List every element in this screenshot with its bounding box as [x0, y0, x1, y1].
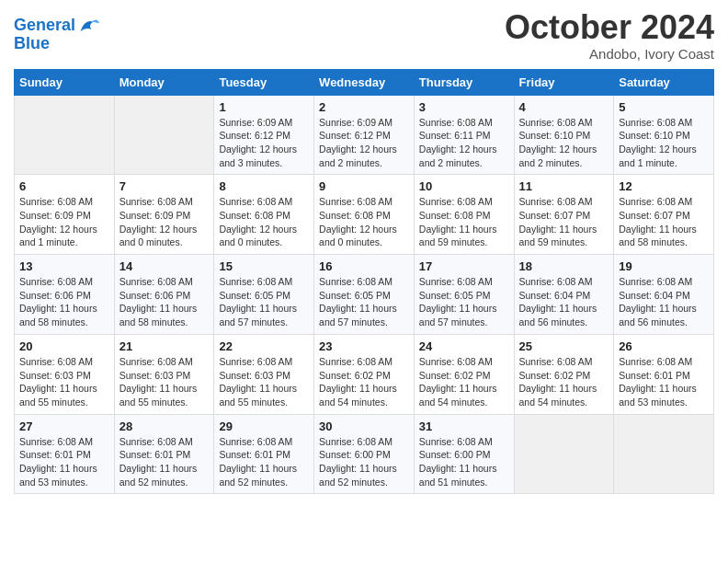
day-number: 29 [219, 419, 309, 433]
calendar-cell [114, 95, 214, 175]
calendar-cell: 11Sunrise: 6:08 AM Sunset: 6:07 PM Dayli… [514, 175, 614, 255]
day-info: Sunrise: 6:08 AM Sunset: 6:11 PM Dayligh… [419, 116, 509, 170]
calendar-cell: 14Sunrise: 6:08 AM Sunset: 6:06 PM Dayli… [114, 255, 214, 335]
month-title: October 2024 [505, 9, 714, 46]
day-info: Sunrise: 6:08 AM Sunset: 6:03 PM Dayligh… [119, 355, 210, 409]
day-number: 30 [319, 419, 409, 433]
day-info: Sunrise: 6:09 AM Sunset: 6:12 PM Dayligh… [319, 116, 409, 170]
day-info: Sunrise: 6:08 AM Sunset: 6:03 PM Dayligh… [19, 355, 109, 409]
day-info: Sunrise: 6:08 AM Sunset: 6:02 PM Dayligh… [519, 355, 609, 409]
day-info: Sunrise: 6:08 AM Sunset: 6:01 PM Dayligh… [19, 435, 109, 489]
day-number: 18 [519, 259, 609, 273]
calendar-cell: 7Sunrise: 6:08 AM Sunset: 6:09 PM Daylig… [114, 175, 214, 255]
calendar-cell: 28Sunrise: 6:08 AM Sunset: 6:01 PM Dayli… [114, 414, 214, 494]
day-number: 25 [519, 339, 609, 353]
logo: General Blue [14, 17, 99, 53]
weekday-header: Tuesday [214, 69, 314, 95]
weekday-header: Monday [114, 69, 214, 95]
calendar-cell: 5Sunrise: 6:08 AM Sunset: 6:10 PM Daylig… [614, 95, 714, 175]
location: Andobo, Ivory Coast [505, 46, 714, 62]
day-number: 10 [419, 179, 509, 193]
day-info: Sunrise: 6:08 AM Sunset: 6:08 PM Dayligh… [419, 195, 509, 249]
calendar-cell: 22Sunrise: 6:08 AM Sunset: 6:03 PM Dayli… [214, 334, 314, 414]
day-number: 11 [519, 179, 609, 193]
calendar-cell: 9Sunrise: 6:08 AM Sunset: 6:08 PM Daylig… [314, 175, 415, 255]
day-info: Sunrise: 6:08 AM Sunset: 6:02 PM Dayligh… [419, 355, 509, 409]
day-number: 22 [219, 339, 309, 353]
day-info: Sunrise: 6:08 AM Sunset: 6:03 PM Dayligh… [219, 355, 309, 409]
calendar-cell: 26Sunrise: 6:08 AM Sunset: 6:01 PM Dayli… [614, 334, 714, 414]
day-number: 26 [619, 339, 709, 353]
day-info: Sunrise: 6:08 AM Sunset: 6:06 PM Dayligh… [119, 275, 210, 329]
calendar-cell: 4Sunrise: 6:08 AM Sunset: 6:10 PM Daylig… [514, 95, 614, 175]
weekday-header: Wednesday [314, 69, 415, 95]
calendar-week-row: 20Sunrise: 6:08 AM Sunset: 6:03 PM Dayli… [15, 334, 714, 414]
day-number: 6 [19, 179, 109, 193]
day-info: Sunrise: 6:08 AM Sunset: 6:00 PM Dayligh… [419, 435, 509, 489]
calendar-cell: 27Sunrise: 6:08 AM Sunset: 6:01 PM Dayli… [15, 414, 115, 494]
calendar-cell: 29Sunrise: 6:08 AM Sunset: 6:01 PM Dayli… [214, 414, 314, 494]
day-number: 19 [619, 259, 709, 273]
calendar-cell [614, 414, 714, 494]
day-number: 2 [319, 100, 409, 114]
calendar-week-row: 1Sunrise: 6:09 AM Sunset: 6:12 PM Daylig… [15, 95, 714, 175]
day-number: 8 [219, 179, 309, 193]
day-info: Sunrise: 6:08 AM Sunset: 6:09 PM Dayligh… [119, 195, 210, 249]
calendar-week-row: 27Sunrise: 6:08 AM Sunset: 6:01 PM Dayli… [15, 414, 714, 494]
weekday-header: Thursday [414, 69, 514, 95]
day-info: Sunrise: 6:08 AM Sunset: 6:09 PM Dayligh… [19, 195, 109, 249]
calendar-cell: 31Sunrise: 6:08 AM Sunset: 6:00 PM Dayli… [414, 414, 514, 494]
day-info: Sunrise: 6:08 AM Sunset: 6:05 PM Dayligh… [219, 275, 309, 329]
logo-text: General [14, 17, 75, 35]
day-info: Sunrise: 6:08 AM Sunset: 6:08 PM Dayligh… [219, 195, 309, 249]
day-number: 28 [119, 419, 210, 433]
weekday-header: Sunday [15, 69, 115, 95]
calendar-cell: 21Sunrise: 6:08 AM Sunset: 6:03 PM Dayli… [114, 334, 214, 414]
day-info: Sunrise: 6:08 AM Sunset: 6:01 PM Dayligh… [219, 435, 309, 489]
day-number: 23 [319, 339, 409, 353]
calendar-cell: 3Sunrise: 6:08 AM Sunset: 6:11 PM Daylig… [414, 95, 514, 175]
calendar-cell: 24Sunrise: 6:08 AM Sunset: 6:02 PM Dayli… [414, 334, 514, 414]
day-number: 16 [319, 259, 409, 273]
day-info: Sunrise: 6:08 AM Sunset: 6:01 PM Dayligh… [619, 355, 709, 409]
day-info: Sunrise: 6:08 AM Sunset: 6:05 PM Dayligh… [419, 275, 509, 329]
title-block: October 2024 Andobo, Ivory Coast [505, 9, 714, 62]
day-info: Sunrise: 6:08 AM Sunset: 6:08 PM Dayligh… [319, 195, 409, 249]
day-info: Sunrise: 6:09 AM Sunset: 6:12 PM Dayligh… [219, 116, 309, 170]
weekday-header: Saturday [614, 69, 714, 95]
calendar-cell: 6Sunrise: 6:08 AM Sunset: 6:09 PM Daylig… [15, 175, 115, 255]
calendar-cell: 25Sunrise: 6:08 AM Sunset: 6:02 PM Dayli… [514, 334, 614, 414]
day-number: 13 [19, 259, 109, 273]
calendar-cell: 13Sunrise: 6:08 AM Sunset: 6:06 PM Dayli… [15, 255, 115, 335]
page: General Blue October 2024 Andobo, Ivory … [0, 0, 728, 508]
calendar-cell: 17Sunrise: 6:08 AM Sunset: 6:05 PM Dayli… [414, 255, 514, 335]
day-number: 5 [619, 100, 709, 114]
calendar-cell: 12Sunrise: 6:08 AM Sunset: 6:07 PM Dayli… [614, 175, 714, 255]
day-info: Sunrise: 6:08 AM Sunset: 6:05 PM Dayligh… [319, 275, 409, 329]
calendar-cell: 10Sunrise: 6:08 AM Sunset: 6:08 PM Dayli… [414, 175, 514, 255]
calendar-week-row: 13Sunrise: 6:08 AM Sunset: 6:06 PM Dayli… [15, 255, 714, 335]
day-info: Sunrise: 6:08 AM Sunset: 6:04 PM Dayligh… [519, 275, 609, 329]
day-number: 4 [519, 100, 609, 114]
day-info: Sunrise: 6:08 AM Sunset: 6:10 PM Dayligh… [519, 116, 609, 170]
day-info: Sunrise: 6:08 AM Sunset: 6:02 PM Dayligh… [319, 355, 409, 409]
day-number: 9 [319, 179, 409, 193]
day-number: 27 [19, 419, 109, 433]
calendar-cell: 2Sunrise: 6:09 AM Sunset: 6:12 PM Daylig… [314, 95, 415, 175]
calendar-cell [514, 414, 614, 494]
logo-text2: Blue [14, 35, 99, 53]
calendar-cell: 1Sunrise: 6:09 AM Sunset: 6:12 PM Daylig… [214, 95, 314, 175]
calendar-cell: 8Sunrise: 6:08 AM Sunset: 6:08 PM Daylig… [214, 175, 314, 255]
calendar-cell: 16Sunrise: 6:08 AM Sunset: 6:05 PM Dayli… [314, 255, 415, 335]
day-number: 21 [119, 339, 210, 353]
calendar-cell [15, 95, 115, 175]
day-number: 7 [119, 179, 210, 193]
day-number: 31 [419, 419, 509, 433]
day-info: Sunrise: 6:08 AM Sunset: 6:01 PM Dayligh… [119, 435, 210, 489]
calendar-cell: 19Sunrise: 6:08 AM Sunset: 6:04 PM Dayli… [614, 255, 714, 335]
day-number: 17 [419, 259, 509, 273]
weekday-header: Friday [514, 69, 614, 95]
header: General Blue October 2024 Andobo, Ivory … [14, 9, 714, 62]
day-number: 20 [19, 339, 109, 353]
day-number: 15 [219, 259, 309, 273]
